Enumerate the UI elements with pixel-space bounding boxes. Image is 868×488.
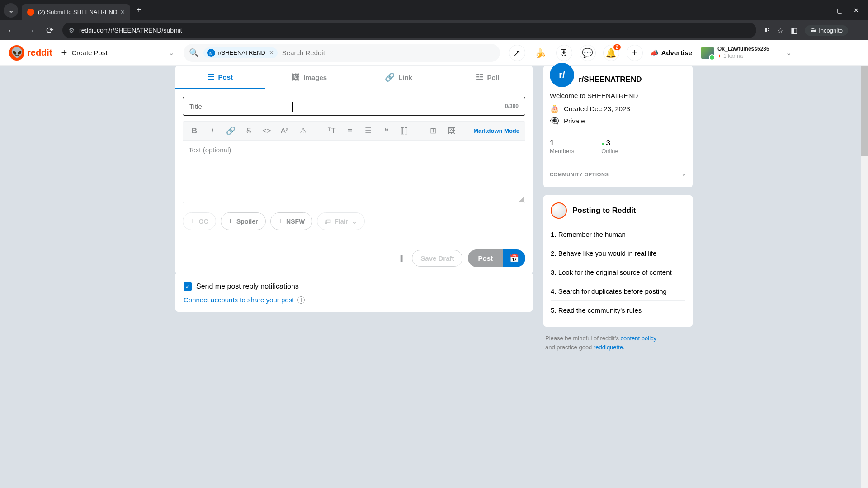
- user-menu[interactable]: Ok_Lawfulness5235 1 karma ⌄: [701, 46, 792, 60]
- notify-checkbox-row[interactable]: ✓ Send me post reply notifications: [184, 282, 524, 291]
- community-created: 🎂Created Dec 23, 2023: [550, 104, 686, 113]
- new-tab-button[interactable]: +: [137, 5, 142, 15]
- eye-off-icon[interactable]: 👁: [763, 26, 770, 34]
- create-post-dropdown[interactable]: + Create Post ⌄: [61, 47, 175, 59]
- create-icon[interactable]: +: [627, 45, 643, 61]
- close-tab-icon[interactable]: ×: [121, 8, 125, 16]
- chat-icon[interactable]: 💬: [580, 45, 596, 61]
- bookmark-star-icon[interactable]: ☆: [777, 26, 783, 35]
- community-name[interactable]: r/SHEENATREND: [579, 75, 642, 84]
- community-sidebar-card: r/ r/SHEENATREND Welcome to SHEENATREND …: [543, 66, 693, 187]
- rule-item: 2. Behave like you would in real life: [551, 244, 685, 263]
- community-options-label: COMMUNITY OPTIONS: [550, 172, 609, 177]
- bullet-list-icon[interactable]: ≡: [344, 127, 356, 136]
- popular-icon[interactable]: ↗: [509, 45, 525, 61]
- community-avatar: r/: [550, 63, 574, 87]
- reddit-logo-icon: 👽: [9, 45, 24, 61]
- privacy-label: Private: [564, 117, 585, 125]
- site-settings-icon[interactable]: ⚙: [69, 27, 75, 34]
- plus-icon: +: [228, 216, 233, 226]
- back-icon[interactable]: ←: [5, 25, 18, 36]
- close-window-icon[interactable]: ✕: [854, 7, 859, 14]
- search-icon: 🔍: [189, 48, 199, 58]
- superscript-icon[interactable]: Aᵃ: [279, 126, 291, 136]
- quote-icon[interactable]: ❝: [380, 126, 392, 136]
- advertise-label: Advertise: [661, 49, 692, 56]
- post-tag-row: +OC +Spoiler +NSFW 🏷Flair⌄: [183, 212, 525, 230]
- page-scrollbar[interactable]: [861, 66, 868, 488]
- search-input[interactable]: [282, 49, 495, 56]
- checkbox-checked-icon[interactable]: ✓: [184, 282, 192, 291]
- add-image-icon[interactable]: 🖼: [445, 127, 457, 136]
- inline-code-icon[interactable]: <>: [261, 127, 273, 136]
- nsfw-tag-button[interactable]: +NSFW: [270, 212, 313, 230]
- search-bar[interactable]: 🔍 r/ r/SHEENATREND ✕: [184, 44, 500, 62]
- minimize-icon[interactable]: —: [820, 7, 826, 14]
- nsfw-label: NSFW: [286, 218, 305, 225]
- community-dot-icon: r/: [207, 49, 215, 57]
- tab-link[interactable]: 🔗Link: [354, 66, 443, 89]
- schedule-post-button[interactable]: 📅: [503, 249, 525, 267]
- title-input-wrapper[interactable]: 0/300: [183, 97, 525, 116]
- body-textarea[interactable]: Text (optional): [183, 140, 525, 203]
- community-welcome: Welcome to SHEENATREND: [550, 92, 686, 99]
- post-submit-button[interactable]: Post: [468, 249, 503, 267]
- tab-title: (2) Submit to SHEENATREND: [38, 9, 117, 15]
- tab-images[interactable]: 🖼Images: [265, 66, 354, 89]
- clear-chip-icon[interactable]: ✕: [269, 49, 274, 56]
- content-policy-link[interactable]: content policy: [621, 335, 657, 342]
- markdown-mode-toggle[interactable]: Markdown Mode: [473, 127, 519, 135]
- save-draft-button[interactable]: Save Draft: [412, 250, 462, 267]
- italic-icon[interactable]: i: [207, 127, 218, 136]
- poll-icon: ☳: [476, 72, 483, 82]
- table-icon[interactable]: ⊞: [427, 126, 439, 136]
- eye-off-icon: 👁‍🗨: [550, 116, 559, 126]
- notify-label: Send me post reply notifications: [196, 282, 299, 291]
- reload-icon[interactable]: ⟳: [43, 25, 56, 36]
- browser-tab[interactable]: (2) Submit to SHEENATREND ×: [22, 4, 130, 20]
- oc-tag-button[interactable]: +OC: [183, 212, 216, 230]
- rule-item: 5. Read the community's rules: [551, 301, 685, 319]
- link-tool-icon[interactable]: 🔗: [225, 126, 236, 136]
- scrollbar-thumb[interactable]: [861, 66, 868, 156]
- sidepanel-icon[interactable]: ◧: [791, 26, 797, 35]
- tab-poll[interactable]: ☳Poll: [443, 66, 533, 89]
- number-list-icon[interactable]: ☰: [362, 126, 374, 136]
- incognito-chip[interactable]: 🕶 Incognito: [805, 25, 848, 36]
- title-counter: 0/300: [505, 103, 519, 109]
- advertise-button[interactable]: 📣 Advertise: [650, 49, 692, 57]
- shield-icon[interactable]: ⛨: [556, 45, 572, 61]
- created-label: Created Dec 23, 2023: [564, 105, 630, 113]
- tab-post[interactable]: ☰Post: [175, 66, 265, 89]
- maximize-icon[interactable]: ▢: [837, 7, 843, 14]
- notification-badge: 2: [613, 44, 621, 50]
- title-input[interactable]: [189, 103, 505, 110]
- browser-menu-icon[interactable]: ⋮: [855, 26, 863, 35]
- text-cursor: [292, 102, 293, 112]
- info-icon[interactable]: i: [297, 296, 305, 304]
- connect-accounts-link[interactable]: Connect accounts to share your post i: [184, 296, 524, 304]
- reddiquette-link[interactable]: reddiquette.: [594, 344, 625, 351]
- markdown-label: Markdown Mode: [473, 127, 519, 134]
- reddit-logo[interactable]: 👽 reddit: [9, 45, 52, 61]
- heading-icon[interactable]: ᵀT: [326, 126, 338, 136]
- chevron-down-icon: ⌄: [682, 171, 686, 177]
- incognito-icon: 🕶: [810, 27, 816, 34]
- search-scope-chip[interactable]: r/ r/SHEENATREND ✕: [203, 47, 278, 58]
- collection-icon[interactable]: ⦀: [400, 253, 404, 264]
- strike-icon[interactable]: S̶: [243, 126, 255, 136]
- forward-icon[interactable]: →: [24, 25, 37, 36]
- bold-icon[interactable]: B: [189, 127, 200, 136]
- code-block-icon[interactable]: ⟦⟧: [398, 126, 410, 136]
- tag-icon: 🏷: [325, 218, 331, 225]
- coins-icon[interactable]: 🍌: [533, 45, 549, 61]
- reddit-header: 👽 reddit + Create Post ⌄ 🔍 r/ r/SHEENATR…: [0, 40, 868, 66]
- url-input[interactable]: ⚙ reddit.com/r/SHEENATREND/submit: [62, 23, 756, 38]
- flair-tag-button[interactable]: 🏷Flair⌄: [317, 212, 365, 230]
- community-options-toggle[interactable]: COMMUNITY OPTIONS ⌄: [550, 168, 686, 181]
- notifications-icon[interactable]: 🔔2: [603, 45, 619, 61]
- spoiler-tag-button[interactable]: +Spoiler: [221, 212, 266, 230]
- spoiler-tool-icon[interactable]: ⚠: [297, 126, 309, 136]
- plus-icon: +: [190, 216, 195, 226]
- tab-search-dropdown[interactable]: ⌄: [4, 3, 18, 18]
